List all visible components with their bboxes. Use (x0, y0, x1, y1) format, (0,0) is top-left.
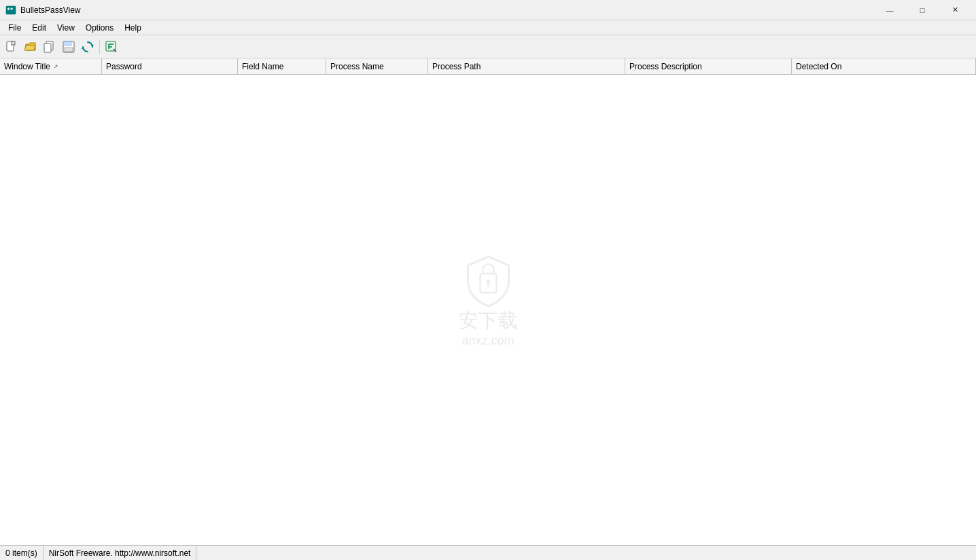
toolbar-copy-button[interactable] (41, 38, 58, 56)
col-process-description[interactable]: Process Description (625, 58, 792, 74)
svg-rect-16 (480, 274, 496, 293)
find-icon (105, 41, 118, 53)
svg-rect-3 (12, 41, 15, 45)
content-area: 安下载 anxz.com (0, 75, 976, 545)
watermark-shield-icon (461, 253, 515, 308)
menu-file[interactable]: File (3, 22, 27, 34)
watermark-text-line2: anxz.com (461, 334, 514, 348)
minimize-button[interactable]: — (874, 0, 905, 20)
maximize-button[interactable]: □ (907, 0, 938, 20)
refresh-icon (82, 41, 94, 53)
new-icon (5, 41, 18, 53)
status-item-count: 0 item(s) (0, 546, 43, 560)
svg-point-17 (486, 280, 490, 284)
window-controls: — □ ✕ (874, 0, 971, 20)
title-bar: ** BulletsPassView — □ ✕ (0, 0, 976, 20)
copy-icon (43, 41, 56, 53)
status-freeware: NirSoft Freeware. http://www.nirsoft.net (43, 546, 197, 560)
col-process-path[interactable]: Process Path (428, 58, 625, 74)
watermark: 安下载 anxz.com (459, 253, 518, 348)
menu-edit[interactable]: Edit (27, 22, 52, 34)
svg-marker-9 (91, 45, 94, 47)
menu-bar: File Edit View Options Help (0, 20, 976, 35)
toolbar-find-button[interactable] (103, 38, 120, 56)
toolbar-separator (99, 39, 100, 54)
toolbar-save-button[interactable] (60, 38, 77, 56)
toolbar-refresh-button[interactable] (79, 38, 97, 56)
svg-marker-10 (82, 47, 84, 49)
col-detected-on[interactable]: Detected On (792, 58, 976, 74)
open-icon (24, 41, 37, 53)
close-button[interactable]: ✕ (939, 0, 971, 20)
menu-options[interactable]: Options (80, 22, 119, 34)
toolbar-open-button[interactable] (22, 38, 39, 56)
svg-text:**: ** (7, 7, 14, 14)
svg-rect-8 (65, 48, 73, 52)
col-window-title[interactable]: Window Title ↗ (0, 58, 102, 74)
toolbar (0, 35, 976, 58)
save-html-icon (63, 41, 75, 53)
app-icon: ** (5, 5, 16, 16)
svg-rect-7 (65, 41, 71, 46)
svg-rect-5 (44, 43, 51, 52)
menu-help[interactable]: Help (119, 22, 147, 34)
col-process-name[interactable]: Process Name (326, 58, 428, 74)
window-title: BulletsPassView (20, 5, 874, 15)
column-headers: Window Title ↗ Password Field Name Proce… (0, 58, 976, 75)
col-field-name[interactable]: Field Name (238, 58, 326, 74)
col-password[interactable]: Password (102, 58, 238, 74)
sort-arrow-icon: ↗ (53, 63, 58, 70)
menu-view[interactable]: View (52, 22, 80, 34)
toolbar-new-button[interactable] (3, 38, 20, 56)
status-bar: 0 item(s) NirSoft Freeware. http://www.n… (0, 545, 976, 560)
watermark-text-line1: 安下载 (459, 308, 518, 334)
